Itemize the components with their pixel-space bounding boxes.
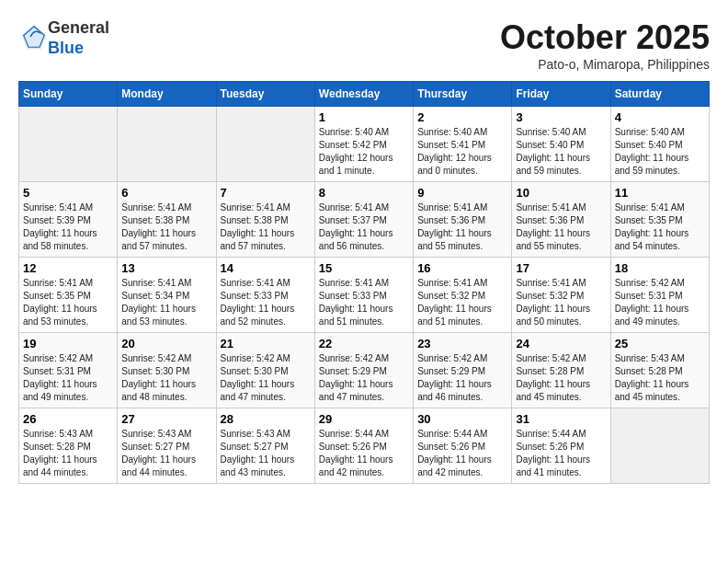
calendar-cell: 20Sunrise: 5:42 AM Sunset: 5:30 PM Dayli… [118,333,216,408]
calendar-cell: 11Sunrise: 5:41 AM Sunset: 5:35 PM Dayli… [610,182,709,258]
weekday-header: Monday [118,82,216,107]
day-number: 7 [221,186,311,200]
weekday-header-row: SundayMondayTuesdayWednesdayThursdayFrid… [19,82,710,107]
day-number: 3 [516,110,606,124]
day-info: Sunrise: 5:44 AM Sunset: 5:26 PM Dayligh… [417,428,507,479]
calendar-cell: 13Sunrise: 5:41 AM Sunset: 5:34 PM Dayli… [118,258,216,333]
day-number: 20 [121,337,211,350]
page-header: General Blue October 2025 Pato-o, Mimaro… [18,18,710,72]
calendar-cell: 27Sunrise: 5:43 AM Sunset: 5:27 PM Dayli… [118,408,216,484]
calendar-cell: 21Sunrise: 5:42 AM Sunset: 5:30 PM Dayli… [216,333,314,408]
calendar-cell: 7Sunrise: 5:41 AM Sunset: 5:38 PM Daylig… [216,182,314,258]
day-info: Sunrise: 5:40 AM Sunset: 5:41 PM Dayligh… [417,126,507,178]
day-number: 5 [23,186,113,200]
calendar-cell: 10Sunrise: 5:41 AM Sunset: 5:36 PM Dayli… [512,182,610,258]
day-number: 28 [221,412,311,426]
day-number: 19 [23,337,113,350]
weekday-header: Sunday [19,82,118,107]
day-info: Sunrise: 5:42 AM Sunset: 5:30 PM Dayligh… [121,352,211,404]
day-number: 10 [516,186,606,200]
day-number: 24 [516,337,606,350]
day-number: 6 [121,186,211,200]
day-info: Sunrise: 5:40 AM Sunset: 5:42 PM Dayligh… [319,126,409,178]
month-title: October 2025 [500,18,710,57]
day-number: 18 [615,261,705,275]
calendar-cell [216,107,314,182]
calendar-cell: 30Sunrise: 5:44 AM Sunset: 5:26 PM Dayli… [414,408,512,484]
day-number: 14 [221,261,311,275]
day-info: Sunrise: 5:42 AM Sunset: 5:31 PM Dayligh… [23,352,113,404]
day-info: Sunrise: 5:41 AM Sunset: 5:32 PM Dayligh… [516,277,606,328]
day-info: Sunrise: 5:43 AM Sunset: 5:28 PM Dayligh… [23,428,113,479]
day-info: Sunrise: 5:42 AM Sunset: 5:29 PM Dayligh… [417,352,507,404]
day-info: Sunrise: 5:42 AM Sunset: 5:30 PM Dayligh… [221,352,311,404]
calendar-cell: 8Sunrise: 5:41 AM Sunset: 5:37 PM Daylig… [314,182,413,258]
calendar-cell [610,408,709,484]
day-number: 15 [319,261,409,275]
day-info: Sunrise: 5:41 AM Sunset: 5:38 PM Dayligh… [221,201,311,253]
title-block: October 2025 Pato-o, Mimaropa, Philippin… [500,18,710,72]
calendar-cell: 16Sunrise: 5:41 AM Sunset: 5:32 PM Dayli… [414,258,512,333]
day-info: Sunrise: 5:41 AM Sunset: 5:37 PM Dayligh… [319,201,409,253]
day-info: Sunrise: 5:41 AM Sunset: 5:33 PM Dayligh… [221,277,311,328]
calendar-week-row: 19Sunrise: 5:42 AM Sunset: 5:31 PM Dayli… [19,333,710,408]
day-number: 29 [319,412,409,426]
calendar-cell: 3Sunrise: 5:40 AM Sunset: 5:40 PM Daylig… [512,107,610,182]
day-number: 12 [23,261,113,275]
weekday-header: Tuesday [216,82,314,107]
calendar-cell: 19Sunrise: 5:42 AM Sunset: 5:31 PM Dayli… [19,333,118,408]
day-number: 9 [417,186,507,200]
day-number: 25 [615,337,705,350]
day-info: Sunrise: 5:42 AM Sunset: 5:29 PM Dayligh… [319,352,409,404]
day-info: Sunrise: 5:41 AM Sunset: 5:35 PM Dayligh… [23,277,113,328]
calendar-week-row: 26Sunrise: 5:43 AM Sunset: 5:28 PM Dayli… [19,408,710,484]
day-info: Sunrise: 5:40 AM Sunset: 5:40 PM Dayligh… [516,126,606,178]
calendar-week-row: 1Sunrise: 5:40 AM Sunset: 5:42 PM Daylig… [19,107,710,182]
weekday-header: Thursday [414,82,512,107]
day-number: 2 [417,110,507,124]
day-info: Sunrise: 5:41 AM Sunset: 5:36 PM Dayligh… [417,201,507,253]
calendar-cell: 12Sunrise: 5:41 AM Sunset: 5:35 PM Dayli… [19,258,118,333]
calendar-cell: 2Sunrise: 5:40 AM Sunset: 5:41 PM Daylig… [414,107,512,182]
day-number: 22 [319,337,409,350]
calendar-cell: 9Sunrise: 5:41 AM Sunset: 5:36 PM Daylig… [414,182,512,258]
calendar-cell: 22Sunrise: 5:42 AM Sunset: 5:29 PM Dayli… [314,333,413,408]
svg-marker-0 [22,24,47,49]
weekday-header: Wednesday [314,82,413,107]
day-number: 27 [121,412,211,426]
day-info: Sunrise: 5:41 AM Sunset: 5:32 PM Dayligh… [417,277,507,328]
day-info: Sunrise: 5:42 AM Sunset: 5:31 PM Dayligh… [615,277,705,328]
day-number: 13 [121,261,211,275]
day-number: 11 [615,186,705,200]
day-number: 26 [23,412,113,426]
calendar-cell: 26Sunrise: 5:43 AM Sunset: 5:28 PM Dayli… [19,408,118,484]
calendar-cell [19,107,118,182]
day-number: 4 [615,110,705,124]
day-info: Sunrise: 5:43 AM Sunset: 5:27 PM Dayligh… [221,428,311,479]
day-info: Sunrise: 5:44 AM Sunset: 5:26 PM Dayligh… [319,428,409,479]
calendar-cell: 15Sunrise: 5:41 AM Sunset: 5:33 PM Dayli… [314,258,413,333]
day-info: Sunrise: 5:41 AM Sunset: 5:33 PM Dayligh… [319,277,409,328]
day-info: Sunrise: 5:41 AM Sunset: 5:34 PM Dayligh… [121,277,211,328]
location: Pato-o, Mimaropa, Philippines [500,57,710,72]
day-number: 17 [516,261,606,275]
logo-icon [20,23,48,51]
day-info: Sunrise: 5:43 AM Sunset: 5:28 PM Dayligh… [615,352,705,404]
day-number: 31 [516,412,606,426]
logo-general-text: General [48,18,109,37]
calendar-cell: 4Sunrise: 5:40 AM Sunset: 5:40 PM Daylig… [610,107,709,182]
weekday-header: Saturday [610,82,709,107]
day-info: Sunrise: 5:41 AM Sunset: 5:38 PM Dayligh… [121,201,211,253]
calendar-cell: 24Sunrise: 5:42 AM Sunset: 5:28 PM Dayli… [512,333,610,408]
logo: General Blue [18,18,109,58]
calendar-cell [118,107,216,182]
calendar-cell: 28Sunrise: 5:43 AM Sunset: 5:27 PM Dayli… [216,408,314,484]
calendar-week-row: 5Sunrise: 5:41 AM Sunset: 5:39 PM Daylig… [19,182,710,258]
calendar-cell: 5Sunrise: 5:41 AM Sunset: 5:39 PM Daylig… [19,182,118,258]
logo-blue-text: Blue [48,39,84,57]
weekday-header: Friday [512,82,610,107]
calendar-cell: 1Sunrise: 5:40 AM Sunset: 5:42 PM Daylig… [314,107,413,182]
calendar-cell: 31Sunrise: 5:44 AM Sunset: 5:26 PM Dayli… [512,408,610,484]
calendar-cell: 6Sunrise: 5:41 AM Sunset: 5:38 PM Daylig… [118,182,216,258]
day-number: 21 [221,337,311,350]
